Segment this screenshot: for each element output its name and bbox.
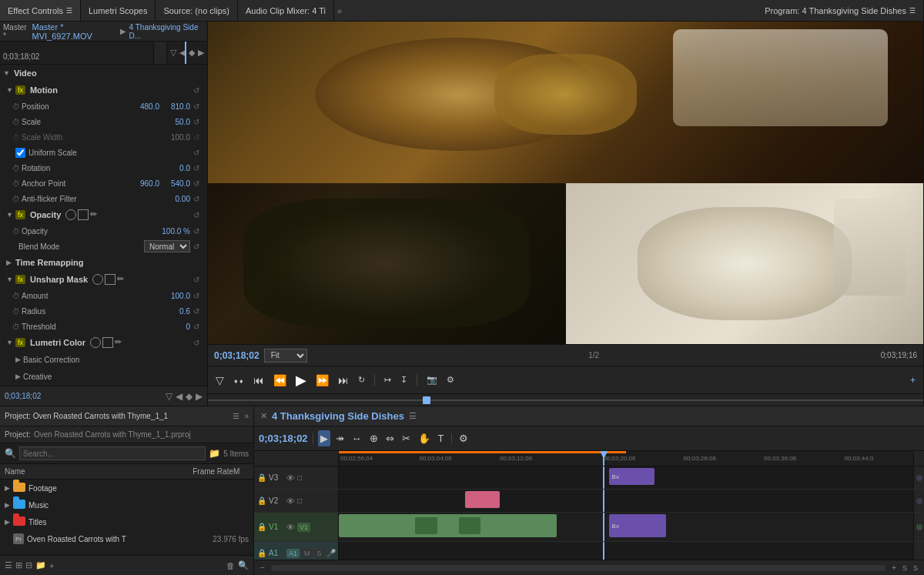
- lumetri-expand-icon[interactable]: ▼: [6, 339, 13, 346]
- time-remapping-expand-icon[interactable]: ▶: [6, 259, 12, 266]
- tl-type-tool[interactable]: T: [436, 430, 447, 446]
- tl-selection-tool[interactable]: ▶: [318, 430, 330, 446]
- tl-track-select-tool[interactable]: ↠: [333, 430, 346, 446]
- pm-settings-btn[interactable]: ⚙: [445, 373, 456, 386]
- tl-slip-tool[interactable]: ⇔: [383, 430, 397, 446]
- tl-zoom-in-icon[interactable]: +: [892, 563, 896, 572]
- blend-mode-select[interactable]: Normal Multiply Screen: [144, 240, 190, 252]
- tl-scrollbar[interactable]: [271, 565, 886, 571]
- pm-step-back-btn[interactable]: ⏪: [272, 373, 288, 388]
- opacity-pen-icon[interactable]: ✏: [90, 209, 97, 220]
- amount-stopwatch-icon[interactable]: ⏱: [12, 292, 20, 300]
- tl-a1-m-btn[interactable]: M: [302, 549, 313, 558]
- pm-insert-btn[interactable]: ↦: [383, 373, 393, 386]
- pm-goto-in-btn[interactable]: ⏮: [252, 373, 266, 388]
- scale-width-reset-icon[interactable]: ↺: [193, 133, 204, 142]
- tl-v3-clip-1[interactable]: Bx: [609, 468, 655, 485]
- anchor-stopwatch-icon[interactable]: ⏱: [12, 179, 20, 188]
- tl-timecode[interactable]: 0;03;18;02: [259, 433, 308, 444]
- lumetri-reset-icon[interactable]: ↺: [193, 339, 204, 347]
- pp-col-name-header[interactable]: Name: [5, 467, 172, 476]
- tl-a1-lock-icon[interactable]: 🔒: [257, 549, 266, 557]
- position-y-value[interactable]: 810.0: [159, 102, 190, 111]
- ec-add-kf-btn[interactable]: ◆: [186, 391, 192, 402]
- motion-expand-icon[interactable]: ▼: [6, 86, 13, 94]
- basic-correction-expand-icon[interactable]: ▶: [15, 356, 21, 363]
- unsharp-pen-icon[interactable]: ✏: [117, 274, 124, 285]
- tl-settings-icon[interactable]: ⚙: [457, 430, 470, 446]
- pp-delete-icon[interactable]: 🗑: [226, 561, 235, 570]
- tl-zoom-tool[interactable]: ⊕: [367, 430, 380, 446]
- ec-sequence-name[interactable]: 4 Thanksgiving Side D...: [129, 23, 204, 40]
- anchor-reset-icon[interactable]: ↺: [193, 179, 204, 188]
- threshold-value[interactable]: 0: [159, 323, 190, 331]
- tl-a1-s-btn[interactable]: S: [315, 549, 324, 558]
- anti-flicker-reset-icon[interactable]: ↺: [193, 195, 204, 203]
- anti-flicker-stopwatch-icon[interactable]: ⏱: [12, 195, 20, 203]
- pm-marker-btn[interactable]: ▽: [214, 373, 226, 388]
- pm-overwrite-btn[interactable]: ↧: [399, 373, 409, 386]
- radius-value[interactable]: 0.6: [159, 307, 190, 316]
- tl-v1-lock-icon[interactable]: 🔒: [257, 523, 266, 531]
- tab-lumetri-scopes[interactable]: Lumetri Scopes: [81, 0, 156, 21]
- tl-ripple-edit-tool[interactable]: ↔: [350, 430, 364, 446]
- tl-a1-active-badge[interactable]: A1: [286, 549, 300, 558]
- pm-in-out-btn[interactable]: ⬧⬧: [232, 374, 246, 386]
- scale-reset-icon[interactable]: ↺: [193, 118, 204, 126]
- tl-v1-clip-1[interactable]: [339, 514, 557, 537]
- ec-next-kf-icon[interactable]: ▶: [198, 48, 204, 58]
- pp-music-expand-icon[interactable]: ▶: [5, 501, 11, 509]
- opacity-reset-icon[interactable]: ↺: [193, 211, 204, 219]
- anchor-x-value[interactable]: 960.0: [129, 179, 159, 188]
- ec-add-kf-icon[interactable]: ◆: [189, 48, 195, 58]
- pm-add-marker-btn[interactable]: +: [909, 373, 917, 387]
- pp-titles-expand-icon[interactable]: ▶: [5, 518, 11, 526]
- scale-value[interactable]: 50.0: [159, 118, 190, 126]
- opacity-val-reset-icon[interactable]: ↺: [193, 227, 204, 236]
- opacity-val-value[interactable]: 100.0 %: [159, 227, 190, 236]
- ec-filter-btn[interactable]: ▽: [166, 391, 172, 402]
- pp-item-titles[interactable]: ▶ Titles: [0, 513, 253, 530]
- tl-v2-type-icon[interactable]: □: [297, 496, 302, 505]
- position-stopwatch-icon[interactable]: ⏱: [12, 102, 20, 111]
- tl-v2-lock-icon[interactable]: 🔒: [257, 496, 266, 505]
- pp-item-music[interactable]: ▶ Music: [0, 496, 253, 513]
- position-x-value[interactable]: 480.0: [129, 102, 159, 111]
- pp-item-footage[interactable]: ▶ Footage: [0, 480, 253, 496]
- pp-footage-expand-icon[interactable]: ▶: [5, 484, 11, 492]
- anchor-y-value[interactable]: 540.0: [159, 179, 190, 188]
- lumetri-pen-icon[interactable]: ✏: [115, 337, 122, 348]
- threshold-reset-icon[interactable]: ↺: [193, 323, 204, 331]
- tl-razor-tool[interactable]: ✂: [400, 430, 413, 446]
- tl-v2-clip-1[interactable]: [465, 491, 500, 508]
- tabs-expand-icon[interactable]: »: [337, 6, 342, 15]
- pp-new-bin-icon[interactable]: 📁: [35, 560, 46, 570]
- pp-new-item-icon[interactable]: +: [49, 561, 54, 570]
- uniform-scale-reset-icon[interactable]: ↺: [193, 149, 204, 157]
- pp-menu-icon[interactable]: ☰: [233, 412, 239, 420]
- position-reset-icon[interactable]: ↺: [193, 102, 204, 111]
- tl-v3-lock-icon[interactable]: 🔒: [257, 473, 266, 482]
- tl-v2-eye-icon[interactable]: 👁: [286, 496, 295, 506]
- creative-expand-icon[interactable]: ▶: [15, 373, 21, 380]
- tl-v1-active-badge[interactable]: V1: [297, 523, 310, 532]
- tab-audio-clip-mixer[interactable]: Audio Clip Mixer: 4 Ti: [238, 0, 334, 21]
- pm-goto-out-btn[interactable]: ⏭: [336, 373, 350, 388]
- pm-scrubber[interactable]: [208, 393, 923, 406]
- unsharp-mask-expand-icon[interactable]: ▼: [6, 276, 13, 283]
- amount-value[interactable]: 100.0: [159, 292, 190, 300]
- tab-effect-controls-menu[interactable]: ☰: [66, 7, 72, 15]
- scale-width-value[interactable]: 100.0: [159, 133, 190, 142]
- opacity-val-stopwatch-icon[interactable]: ⏱: [12, 227, 20, 236]
- ec-next-kf-btn[interactable]: ▶: [196, 391, 203, 402]
- anti-flicker-value[interactable]: 0.00: [159, 195, 190, 203]
- threshold-stopwatch-icon[interactable]: ⏱: [12, 323, 20, 331]
- tl-v3-eye-icon[interactable]: 👁: [286, 473, 295, 483]
- video-expand-icon[interactable]: ▼: [3, 69, 10, 77]
- unsharp-reset-icon[interactable]: ↺: [193, 276, 204, 284]
- tab-program-monitor-menu[interactable]: ☰: [909, 7, 916, 15]
- ec-filter-icon[interactable]: ▽: [170, 48, 176, 58]
- pp-item-project-file[interactable]: ▶ Pr Oven Roasted Carrots with T 23.976 …: [0, 530, 253, 547]
- pp-icon-view-icon[interactable]: ⊞: [15, 560, 22, 570]
- tl-menu-icon[interactable]: ☰: [409, 411, 417, 421]
